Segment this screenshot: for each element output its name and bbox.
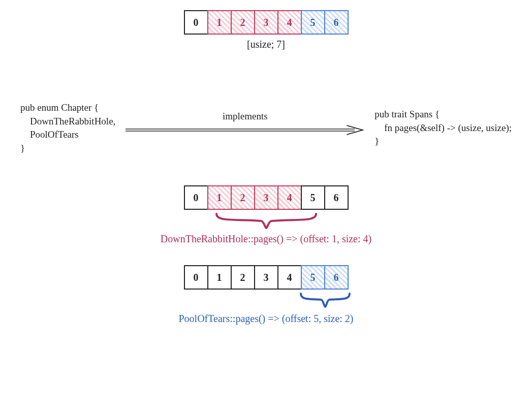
implements-row: pub enum Chapter { DownTheRabbitHole, Po…	[20, 101, 512, 155]
implements-label: implements	[223, 111, 268, 122]
cell-r4: 4	[277, 185, 302, 210]
pool-array-section: 0 1 2 3 4 5 6 PoolOfTears::pages() => (o…	[10, 265, 522, 325]
enum-definition: pub enum Chapter { DownTheRabbitHole, Po…	[20, 101, 115, 155]
cell-p2: 2	[231, 265, 255, 290]
cell-p6: 6	[324, 265, 349, 290]
array-top: 0 1 2 3 4 5 6	[10, 10, 522, 35]
cell-3: 3	[254, 10, 278, 35]
cell-1: 1	[207, 10, 232, 35]
cell-p5: 5	[301, 265, 325, 290]
cell-4: 4	[277, 10, 302, 35]
cell-r0: 0	[184, 185, 208, 210]
rabbit-caption: DownTheRabbitHole::pages() => (offset: 1…	[10, 233, 522, 245]
rabbit-array-section: 0 1 2 3 4 5 6 DownTheRabbitHole::pages()…	[10, 185, 522, 245]
cell-r1: 1	[207, 185, 232, 210]
brace-pool-icon	[180, 292, 353, 309]
trait-definition: pub trait Spans { fn pages(&self) -> (us…	[374, 108, 512, 148]
array-type-label: [usize; 7]	[10, 39, 522, 50]
cell-6: 6	[324, 10, 349, 35]
cell-0: 0	[184, 10, 208, 35]
cell-5: 5	[301, 10, 325, 35]
brace-rabbit-icon	[180, 212, 353, 229]
cell-r3: 3	[254, 185, 278, 210]
arrow-icon	[126, 124, 364, 136]
cell-p1: 1	[207, 265, 232, 290]
cell-r5: 5	[301, 185, 325, 210]
cell-p0: 0	[184, 265, 208, 290]
cell-p3: 3	[254, 265, 278, 290]
cell-r2: 2	[231, 185, 255, 210]
cell-p4: 4	[277, 265, 302, 290]
pool-caption: PoolOfTears::pages() => (offset: 5, size…	[10, 313, 522, 325]
array-pool: 0 1 2 3 4 5 6	[10, 265, 522, 290]
cell-r6: 6	[324, 185, 349, 210]
cell-2: 2	[231, 10, 255, 35]
array-rabbit: 0 1 2 3 4 5 6	[10, 185, 522, 210]
top-array-section: 0 1 2 3 4 5 6 [usize; 7]	[10, 10, 522, 50]
implements-arrow: implements	[126, 113, 364, 143]
